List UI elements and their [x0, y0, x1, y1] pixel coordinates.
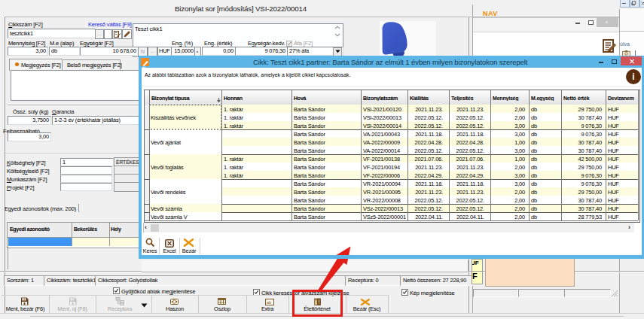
svg-text:ab: ab — [267, 300, 271, 305]
